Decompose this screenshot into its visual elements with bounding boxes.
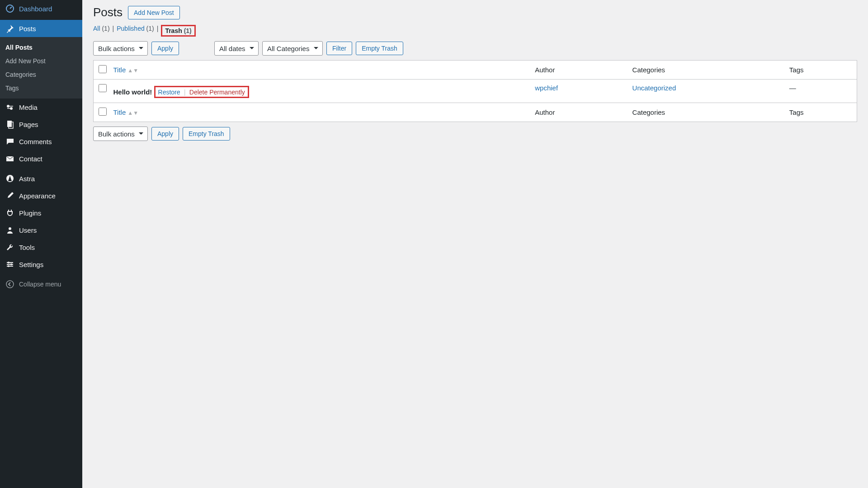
menu-media[interactable]: Media xyxy=(0,99,82,116)
select-all-bottom[interactable] xyxy=(99,108,107,116)
tablenav-top: Bulk actions Apply All dates All Categor… xyxy=(93,41,857,56)
col-tags-footer[interactable]: Tags xyxy=(784,103,857,122)
col-author-header[interactable]: Author xyxy=(529,61,627,80)
apply-button-bottom[interactable]: Apply xyxy=(151,127,179,141)
posts-table: Title▲▼ Author Categories Tags Hello wor… xyxy=(93,60,857,122)
post-title: Hello world! xyxy=(113,88,152,96)
media-icon xyxy=(5,103,14,112)
menu-label: Dashboard xyxy=(19,5,52,13)
submenu-categories[interactable]: Categories xyxy=(0,68,82,81)
sort-icon: ▲▼ xyxy=(127,68,138,73)
submenu-tags[interactable]: Tags xyxy=(0,81,82,95)
restore-link[interactable]: Restore xyxy=(158,89,180,96)
delete-permanently-link[interactable]: Delete Permanently xyxy=(189,89,245,96)
row-checkbox[interactable] xyxy=(99,84,107,92)
svg-point-2 xyxy=(10,107,13,110)
col-title-header[interactable]: Title▲▼ xyxy=(108,61,530,80)
menu-contact[interactable]: Contact xyxy=(0,150,82,151)
admin-sidebar: Dashboard Posts All Posts Add New Post C… xyxy=(0,0,82,151)
menu-label: Comments xyxy=(19,138,52,145)
bulk-actions-select-top[interactable]: Bulk actions xyxy=(93,41,148,56)
dates-filter-select[interactable]: All dates xyxy=(214,41,259,56)
view-published[interactable]: Published (1) xyxy=(117,25,154,37)
view-all[interactable]: All (1) xyxy=(93,25,110,37)
empty-trash-button-top[interactable]: Empty Trash xyxy=(356,42,403,55)
col-tags-header[interactable]: Tags xyxy=(784,61,857,80)
view-filter-list: All (1) | Published (1) | Trash (1) xyxy=(93,25,857,37)
menu-dashboard[interactable]: Dashboard xyxy=(0,0,82,17)
sort-icon: ▲▼ xyxy=(127,110,138,116)
filter-button[interactable]: Filter xyxy=(326,42,352,55)
page-title: Posts xyxy=(93,5,123,19)
col-author-footer[interactable]: Author xyxy=(529,103,627,122)
menu-label: Pages xyxy=(19,121,38,128)
menu-comments[interactable]: Comments xyxy=(0,133,82,150)
submenu-all-posts[interactable]: All Posts xyxy=(0,41,82,54)
pin-icon xyxy=(5,24,14,33)
page-header: Posts Add New Post xyxy=(93,5,857,19)
comments-icon xyxy=(5,137,14,146)
main-content: Posts Add New Post All (1) | Published (… xyxy=(82,0,868,151)
menu-pages[interactable]: Pages xyxy=(0,116,82,133)
apply-button-top[interactable]: Apply xyxy=(151,42,179,55)
tablenav-bottom: Bulk actions Apply Empty Trash xyxy=(93,127,857,141)
category-link[interactable]: Uncategorized xyxy=(632,84,676,92)
menu-label: Media xyxy=(19,103,38,111)
menu-posts[interactable]: Posts xyxy=(0,20,82,37)
svg-rect-3 xyxy=(7,121,12,127)
author-link[interactable]: wpchief xyxy=(535,84,558,92)
svg-point-1 xyxy=(7,105,9,108)
categories-filter-select[interactable]: All Categories xyxy=(262,41,323,56)
bulk-actions-select-bottom[interactable]: Bulk actions xyxy=(93,127,148,141)
empty-trash-button-bottom[interactable]: Empty Trash xyxy=(183,127,230,141)
dashboard-icon xyxy=(5,4,14,13)
row-actions: Restore | Delete Permanently xyxy=(154,86,249,98)
posts-submenu: All Posts Add New Post Categories Tags xyxy=(0,37,82,99)
col-categories-header[interactable]: Categories xyxy=(627,61,784,80)
select-all-top[interactable] xyxy=(99,65,107,73)
menu-label: Posts xyxy=(19,25,36,33)
table-row: Hello world! Restore | Delete Permanentl… xyxy=(94,80,857,103)
pages-icon xyxy=(5,120,14,129)
view-trash[interactable]: Trash (1) xyxy=(161,25,195,37)
submenu-add-new-post[interactable]: Add New Post xyxy=(0,54,82,68)
col-categories-footer[interactable]: Categories xyxy=(627,103,784,122)
col-title-footer[interactable]: Title▲▼ xyxy=(108,103,530,122)
add-new-post-button[interactable]: Add New Post xyxy=(128,6,180,19)
tags-cell: — xyxy=(784,80,857,103)
